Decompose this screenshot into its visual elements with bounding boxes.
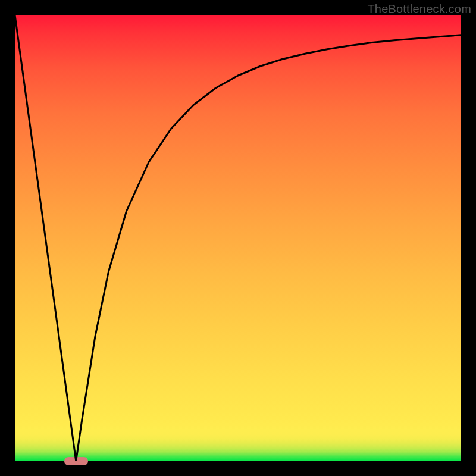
- attribution-label: TheBottleneck.com: [367, 2, 471, 16]
- bottleneck-curve: [15, 15, 461, 461]
- chart-frame: TheBottleneck.com: [0, 0, 476, 476]
- valley-marker: [64, 457, 88, 465]
- plot-area: [15, 15, 461, 461]
